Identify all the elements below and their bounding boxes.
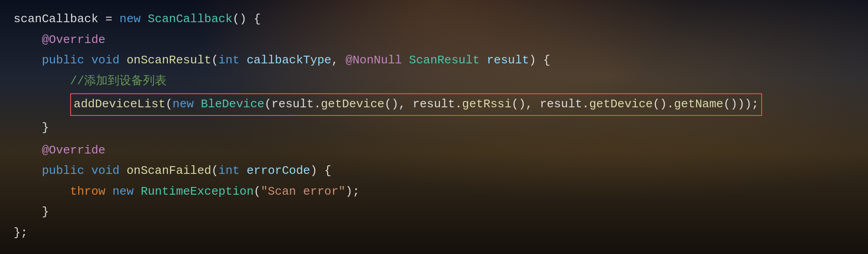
token: . [455, 97, 462, 111]
token: result [413, 97, 455, 111]
token: getRssi [462, 97, 511, 111]
token [239, 162, 247, 181]
token: void [91, 162, 119, 181]
code-line-line9: public void onScanFailed(int errorCode) … [14, 161, 854, 182]
token: ( [211, 162, 219, 181]
token [134, 182, 141, 201]
indent [14, 119, 42, 138]
indent [14, 51, 42, 70]
token: public [42, 162, 84, 181]
indent [14, 203, 42, 222]
code-line-line6: } [14, 118, 854, 139]
token: () { [233, 10, 261, 29]
code-line-line11: } [14, 202, 854, 223]
token: onScanResult [127, 51, 211, 70]
token: public [42, 51, 84, 70]
token: getDevice [589, 97, 653, 111]
token: @Override [42, 31, 105, 50]
token: = [98, 10, 119, 29]
indent [14, 182, 70, 201]
token: @NonNull [345, 51, 402, 70]
token [84, 162, 91, 181]
token [402, 51, 409, 70]
token: void [91, 51, 119, 70]
token: (). [653, 97, 674, 111]
token: ( [166, 97, 173, 111]
token: ) { [310, 162, 331, 181]
token: ScanCallback [148, 10, 232, 29]
token: }; [14, 224, 28, 243]
token [119, 51, 127, 70]
indent [14, 162, 42, 181]
code-line-line5: addDeviceList(new BleDevice(result.getDe… [14, 91, 854, 118]
token [480, 51, 487, 70]
token: int [219, 51, 240, 70]
token: getDevice [321, 97, 384, 111]
token: scanCallback [14, 10, 98, 29]
token: result [540, 97, 582, 111]
code-line-line12: }; [14, 223, 854, 244]
token: } [42, 119, 49, 138]
indent [14, 72, 70, 91]
token [239, 51, 247, 70]
token: new [119, 10, 141, 29]
token: ())); [723, 97, 758, 111]
token: addDeviceList [74, 97, 166, 111]
token: . [314, 97, 321, 111]
token: errorCode [247, 162, 310, 181]
code-line-line1: scanCallback = new ScanCallback() { [14, 9, 854, 30]
token: ) { [529, 51, 550, 70]
token: getName [674, 97, 723, 111]
token [141, 10, 148, 29]
token: new [112, 182, 134, 201]
code-line-line10: throw new RuntimeException("Scan error")… [14, 182, 854, 202]
code-block: scanCallback = new ScanCallback() { @Ove… [14, 9, 854, 244]
token: (), [384, 97, 412, 111]
code-line-line4: //添加到设备列表 [14, 71, 854, 92]
code-line-line3: public void onScanResult(int callbackTyp… [14, 50, 854, 71]
token: BleDevice [201, 97, 264, 111]
token: "Scan error" [261, 182, 345, 201]
token: result [486, 51, 529, 70]
token: ( [211, 51, 219, 70]
token: onScanFailed [127, 162, 211, 181]
token: ( [264, 97, 272, 111]
token: ( [254, 182, 261, 201]
code-line-line2: @Override [14, 30, 854, 51]
token: } [42, 203, 49, 222]
indent [14, 95, 70, 114]
token: result [272, 97, 314, 111]
highlighted-line: addDeviceList(new BleDevice(result.getDe… [70, 93, 763, 116]
token: int [219, 162, 240, 181]
token [119, 162, 127, 181]
code-editor: scanCallback = new ScanCallback() { @Ove… [0, 0, 868, 254]
token: ScanResult [409, 51, 480, 70]
token: //添加到设备列表 [70, 72, 167, 91]
token: ); [345, 182, 359, 201]
token: @Override [42, 141, 105, 160]
indent [14, 31, 42, 50]
token [105, 182, 113, 201]
token: new [172, 97, 194, 111]
token [84, 51, 91, 70]
token: , [331, 51, 345, 70]
token: callbackType [247, 51, 331, 70]
code-line-line8: @Override [14, 140, 854, 161]
token: . [582, 97, 589, 111]
token: throw [70, 182, 105, 201]
token: (), [511, 97, 539, 111]
indent [14, 141, 42, 160]
token [194, 97, 201, 111]
token: RuntimeException [141, 182, 254, 201]
